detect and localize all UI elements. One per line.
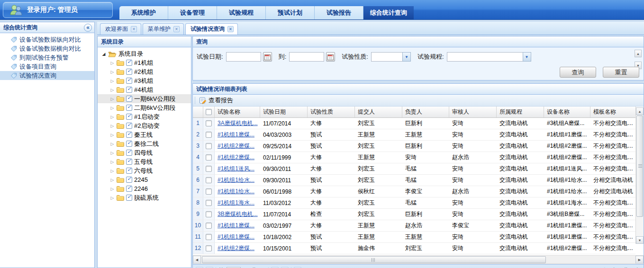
row-checkbox[interactable] bbox=[206, 166, 212, 172]
search-button[interactable]: 查询 bbox=[560, 67, 596, 78]
chevron-down-icon[interactable]: ▼ bbox=[402, 52, 411, 62]
sidebar-item[interactable]: 到期试验任务预警 bbox=[0, 53, 94, 62]
test-name-link[interactable]: #1机组2磨煤... bbox=[218, 143, 254, 149]
document-tab[interactable]: 菜单维护 × bbox=[143, 23, 184, 35]
vertical-scrollbar[interactable]: ▲ ▼ bbox=[635, 107, 644, 244]
table-row[interactable]: 3 #1机组2磨煤... 09/25/2014 预试 刘宏玉 巨新利 安琦 交流… bbox=[193, 141, 635, 152]
row-checkbox[interactable] bbox=[206, 234, 212, 240]
node-checkbox[interactable]: ✓ bbox=[126, 150, 132, 156]
sidebar-item[interactable]: 设备试验数据纵向对比 bbox=[0, 35, 94, 44]
calendar-icon[interactable] bbox=[263, 52, 272, 62]
table-row[interactable]: 6 #1机组1给水... 09/30/2011 预试 刘宏玉 毛猛 安琦 交流电… bbox=[193, 175, 635, 186]
tree-node[interactable]: ▷ ✓ #2机组 bbox=[98, 67, 191, 76]
expand-icon[interactable]: ▷ bbox=[110, 160, 115, 164]
expand-icon[interactable]: ▷ bbox=[110, 124, 115, 128]
expand-icon[interactable]: ▷ bbox=[110, 142, 115, 146]
table-row[interactable]: 4 #1机组2磨煤... 02/11/1999 大修 王新慧 安琦 赵永浩 交流… bbox=[193, 152, 635, 163]
row-checkbox[interactable] bbox=[206, 211, 212, 217]
column-header[interactable]: 试验性质 bbox=[308, 107, 355, 117]
table-row[interactable]: 1 3A磨煤机电机... 11/07/2014 大修 刘宏玉 巨新利 安琦 交流… bbox=[193, 118, 635, 129]
expand-icon[interactable]: ▷ bbox=[110, 178, 115, 182]
row-checkbox[interactable] bbox=[206, 177, 212, 183]
node-checkbox[interactable]: ✓ bbox=[126, 168, 132, 174]
scroll-left-icon[interactable]: ◀ bbox=[193, 256, 201, 264]
tree-node[interactable]: ▷ ✓ #1启动变 bbox=[98, 112, 191, 121]
column-header[interactable]: 试验日期 bbox=[260, 107, 308, 117]
tree-node[interactable]: ▷ ✓ 五母线 bbox=[98, 157, 191, 166]
test-name-link[interactable]: #1机组1磨煤... bbox=[218, 222, 254, 229]
node-checkbox[interactable]: ✓ bbox=[126, 141, 132, 147]
nav-tab[interactable]: 试验报告 bbox=[315, 6, 363, 19]
column-header[interactable]: 模板名称 bbox=[590, 107, 636, 117]
table-row[interactable]: 8 #1机组1海水... 11/03/2012 大修 刘宏玉 毛猛 安琦 交流电… bbox=[193, 197, 635, 209]
scroll-right-icon[interactable]: ▶ bbox=[635, 256, 644, 264]
node-checkbox[interactable]: ✓ bbox=[126, 96, 132, 102]
tree-node[interactable]: ▷ ✓ #3机组 bbox=[98, 76, 191, 85]
row-checkbox[interactable] bbox=[206, 223, 212, 229]
test-name-link[interactable]: #1机组1送风... bbox=[218, 165, 254, 172]
nav-tab[interactable]: 系统维护 bbox=[119, 6, 168, 19]
expand-icon[interactable]: ▷ bbox=[110, 97, 115, 101]
select-all-checkbox[interactable] bbox=[206, 109, 212, 115]
nav-tab[interactable]: 试验规程 bbox=[217, 6, 266, 19]
expand-icon[interactable]: ▷ bbox=[110, 169, 115, 173]
node-checkbox[interactable]: ✓ bbox=[126, 195, 132, 201]
close-tab-icon[interactable]: × bbox=[131, 26, 137, 32]
tree-node[interactable]: ▷ ✓ 一期6kV公用段 bbox=[98, 94, 191, 103]
column-header-checkbox[interactable] bbox=[203, 107, 215, 117]
node-checkbox[interactable]: ✓ bbox=[126, 78, 132, 84]
column-header[interactable]: 设备名称 bbox=[544, 107, 590, 117]
tree-root-node[interactable]: ◢ 系统目录 bbox=[98, 49, 191, 58]
horizontal-scroll-thumb[interactable] bbox=[202, 256, 546, 263]
nature-select[interactable]: ▼ bbox=[371, 52, 411, 62]
column-header[interactable]: 所属规程 bbox=[497, 107, 544, 117]
nav-tab[interactable]: 综合统计查询 bbox=[363, 6, 414, 19]
nature-select-value[interactable] bbox=[371, 52, 402, 62]
node-checkbox[interactable]: ✓ bbox=[126, 132, 132, 138]
tree-node[interactable]: ▷ ✓ 秦徐二线 bbox=[98, 139, 191, 148]
calendar-icon[interactable] bbox=[326, 52, 335, 62]
expand-icon[interactable]: ▷ bbox=[110, 151, 115, 155]
node-checkbox[interactable]: ✓ bbox=[126, 60, 132, 66]
sidebar-item[interactable]: 设备试验数据横向对比 bbox=[0, 44, 94, 53]
node-checkbox[interactable]: ✓ bbox=[126, 159, 132, 165]
test-name-link[interactable]: #1机组1磨煤... bbox=[218, 233, 254, 240]
sidebar-item[interactable]: 试验情况查询 bbox=[0, 71, 94, 80]
table-row[interactable]: 10 #1机组1磨煤... 03/02/1997 大修 王新慧 赵永浩 李俊宝 … bbox=[193, 220, 635, 232]
tree-node[interactable]: ▷ ✓ 2246 bbox=[98, 184, 191, 193]
nav-tab[interactable]: 设备管理 bbox=[168, 6, 217, 19]
node-checkbox[interactable]: ✓ bbox=[126, 123, 132, 129]
test-name-link[interactable]: #1机组2磨煤... bbox=[218, 154, 254, 161]
test-name-link[interactable]: #1机组1磨煤... bbox=[218, 131, 254, 138]
row-checkbox[interactable] bbox=[206, 200, 212, 206]
test-name-link[interactable]: 3B磨煤机电机... bbox=[218, 211, 258, 217]
column-header[interactable]: 试验名称 bbox=[215, 107, 260, 117]
date-from-input[interactable] bbox=[226, 52, 261, 62]
expand-icon[interactable]: ▷ bbox=[110, 133, 115, 137]
table-row[interactable]: 2 #1机组1磨煤... 04/03/2003 预试 王新慧 王新慧 安琦 交流… bbox=[193, 129, 635, 141]
row-checkbox[interactable] bbox=[206, 245, 212, 251]
tree-node[interactable]: ▷ ✓ 二期6kV公用段 bbox=[98, 103, 191, 112]
test-name-link[interactable]: #1机组2磨煤... bbox=[218, 245, 254, 251]
expand-icon[interactable]: ▷ bbox=[110, 106, 115, 110]
tree-node[interactable]: ▷ ✓ #1机组 bbox=[98, 58, 191, 67]
row-checkbox[interactable] bbox=[206, 188, 212, 195]
expand-icon[interactable]: ▷ bbox=[110, 70, 115, 74]
column-header[interactable]: 提交人 bbox=[355, 107, 402, 117]
tree-node[interactable]: ▷ ✓ #4机组 bbox=[98, 85, 191, 94]
row-checkbox[interactable] bbox=[206, 143, 212, 149]
close-tab-icon[interactable]: × bbox=[227, 26, 234, 32]
table-row[interactable]: 9 3B磨煤机电机... 11/07/2014 检查 刘宏玉 巨新利 安琦 交流… bbox=[193, 209, 635, 220]
scroll-down-icon[interactable]: ▼ bbox=[636, 236, 644, 244]
test-name-link[interactable]: #1机组1海水... bbox=[218, 199, 254, 206]
test-name-link[interactable]: #1机组1给水... bbox=[218, 177, 254, 183]
scroll-up-icon[interactable]: ▲ bbox=[636, 107, 644, 115]
expand-icon[interactable]: ▷ bbox=[110, 187, 115, 191]
row-checkbox[interactable] bbox=[206, 132, 212, 138]
regulation-select-value[interactable] bbox=[447, 52, 523, 62]
view-report-button[interactable]: 查看报告 bbox=[209, 96, 233, 105]
chevron-down-icon[interactable]: ▼ bbox=[523, 52, 531, 62]
expand-icon[interactable]: ▷ bbox=[110, 115, 115, 119]
test-name-link[interactable]: #1机组1给水... bbox=[218, 188, 254, 195]
vertical-scroll-thumb[interactable] bbox=[636, 116, 643, 217]
